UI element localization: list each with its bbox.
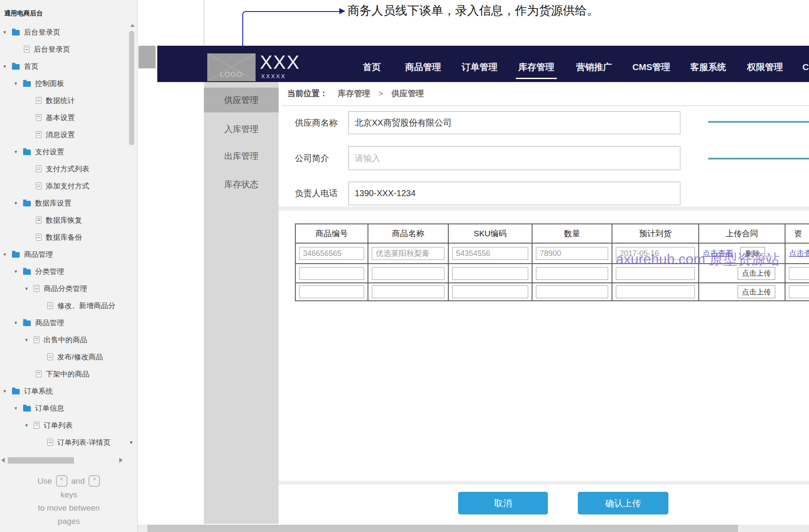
- collapse-arrow-icon[interactable]: ▼: [14, 201, 23, 206]
- collapse-arrow-icon[interactable]: ▼: [24, 338, 34, 342]
- sidebar-item[interactable]: 基本设置: [0, 109, 138, 126]
- breadcrumb-item-supply[interactable]: 供应管理: [391, 89, 424, 98]
- table-row: 点击上传: [296, 282, 809, 300]
- sidebar-item[interactable]: ▼后台登录页: [0, 24, 138, 41]
- nav-item-clipped[interactable]: C: [802, 61, 809, 73]
- extra-input[interactable]: [789, 267, 809, 280]
- collapse-arrow-icon[interactable]: ▼: [14, 150, 23, 154]
- eta-input[interactable]: 2017-05-16: [616, 247, 695, 260]
- product-id-input[interactable]: 346656565: [299, 247, 364, 260]
- company-intro-input[interactable]: 请输入: [348, 146, 680, 170]
- collapse-arrow-icon[interactable]: ▼: [3, 30, 12, 35]
- sidebar-item[interactable]: ▼首页: [0, 58, 138, 75]
- collapse-arrow-icon[interactable]: ▼: [24, 286, 34, 291]
- quantity-input[interactable]: 78900: [536, 247, 608, 260]
- sku-input[interactable]: 54354556: [452, 247, 528, 260]
- collapse-arrow-icon[interactable]: ▼: [14, 81, 23, 86]
- quantity-input[interactable]: [536, 267, 608, 280]
- submenu-item-stock-status[interactable]: 库存状态: [204, 176, 279, 193]
- sidebar-item[interactable]: 数据库备份: [0, 229, 138, 246]
- sidebar-item[interactable]: ▼商品管理: [0, 314, 138, 331]
- product-id-input[interactable]: [299, 285, 364, 298]
- sidebar-item[interactable]: 数据统计: [0, 92, 138, 109]
- breadcrumb-item-inventory[interactable]: 库存管理: [338, 89, 370, 98]
- eta-input[interactable]: [616, 285, 695, 298]
- section-divider: [279, 481, 809, 485]
- upload-button[interactable]: 点击上传: [738, 267, 775, 280]
- nav-item-products[interactable]: 商品管理: [405, 61, 441, 73]
- upload-button[interactable]: 点击上传: [738, 285, 775, 298]
- sidebar-horizontal-scrollbar[interactable]: [8, 457, 74, 464]
- sidebar-item[interactable]: ▼控制面板: [0, 75, 138, 92]
- left-arrow-keycap-icon: <,: [56, 475, 68, 487]
- nav-item-service[interactable]: 客服系统: [690, 61, 726, 73]
- sidebar-item[interactable]: 支付方式列表: [0, 160, 138, 177]
- view-contract-link[interactable]: 点击查看: [703, 248, 733, 259]
- scroll-right-icon[interactable]: [119, 458, 123, 463]
- product-id-input[interactable]: [299, 267, 364, 280]
- collapse-arrow-icon[interactable]: ▼: [14, 269, 23, 274]
- quantity-input[interactable]: [536, 285, 608, 298]
- submenu-item-supply[interactable]: 供应管理: [204, 88, 279, 112]
- product-name-input[interactable]: [372, 285, 444, 298]
- sku-input[interactable]: [452, 267, 528, 280]
- submenu-item-outbound[interactable]: 出库管理: [204, 147, 279, 165]
- supplier-name-input[interactable]: 北京XX商贸股份有限公司: [348, 111, 680, 134]
- sidebar-item-label: 数据库备份: [46, 232, 82, 242]
- sidebar-item[interactable]: 后台登录页: [0, 41, 138, 58]
- main-horizontal-scrollbar[interactable]: [147, 525, 738, 532]
- help-text: to move between: [0, 501, 138, 514]
- sku-input[interactable]: [452, 285, 528, 298]
- help-text: keys: [0, 488, 138, 501]
- confirm-upload-button[interactable]: 确认上传: [578, 492, 668, 514]
- submenu-item-inbound[interactable]: 入库管理: [204, 121, 279, 138]
- sidebar-item[interactable]: 数据库恢复: [0, 212, 138, 229]
- sidebar-item-label: 订单信息: [35, 403, 64, 413]
- nav-item-cms[interactable]: CMS管理: [632, 61, 671, 73]
- cancel-button[interactable]: 取消: [458, 492, 548, 514]
- page-icon: [36, 165, 41, 172]
- sidebar-vertical-scrollbar[interactable]: [129, 31, 134, 145]
- sidebar-item-label: 基本设置: [46, 113, 75, 123]
- collapse-arrow-icon[interactable]: ▼: [14, 320, 23, 325]
- scroll-left-icon[interactable]: [1, 458, 5, 463]
- sidebar-item[interactable]: ▼订单列表: [0, 417, 138, 434]
- eta-input[interactable]: [616, 267, 695, 280]
- sidebar-item[interactable]: ▼数据库设置: [0, 194, 138, 212]
- page-icon: [47, 353, 53, 360]
- collapse-arrow-icon[interactable]: ▼: [3, 64, 12, 69]
- item-dropdown-icon[interactable]: ▼: [129, 440, 133, 445]
- nav-item-inventory[interactable]: 库存管理: [518, 61, 554, 73]
- sidebar-item[interactable]: 消息设置: [0, 126, 138, 143]
- sidebar-item[interactable]: ▼分类管理: [0, 263, 138, 280]
- nav-item-marketing[interactable]: 营销推广: [576, 61, 612, 73]
- contact-phone-input[interactable]: 1390-XXX-1234: [348, 182, 680, 205]
- canvas-guide-line: [204, 0, 204, 46]
- sidebar-item[interactable]: ▼订单信息: [0, 400, 138, 417]
- folder-icon: [23, 269, 31, 275]
- sidebar-item[interactable]: ▼订单系统: [0, 382, 138, 400]
- extra-input[interactable]: [789, 285, 809, 298]
- sidebar-item[interactable]: ▼商品管理: [0, 246, 138, 263]
- sidebar-item[interactable]: ▼商品分类管理: [0, 280, 138, 297]
- collapse-arrow-icon[interactable]: ▼: [3, 389, 12, 394]
- sidebar-item[interactable]: 添加支付方式: [0, 177, 138, 194]
- sidebar-item[interactable]: 下架中的商品: [0, 365, 138, 382]
- nav-item-orders[interactable]: 订单管理: [462, 61, 497, 73]
- nav-item-permissions[interactable]: 权限管理: [747, 61, 783, 73]
- scroll-up-icon[interactable]: [130, 24, 135, 27]
- breadcrumb-prefix: 当前位置：: [287, 89, 328, 98]
- product-name-input[interactable]: [372, 267, 444, 280]
- collapse-arrow-icon[interactable]: ▼: [24, 423, 34, 428]
- sidebar-item[interactable]: ▼出售中的商品: [0, 331, 138, 348]
- collapse-arrow-icon[interactable]: ▼: [14, 406, 23, 411]
- delete-button[interactable]: 删除: [740, 247, 765, 260]
- sidebar-item[interactable]: 订单列表-详情页▼: [0, 434, 138, 451]
- view-file-link[interactable]: 点击查看: [789, 248, 809, 259]
- product-name-input[interactable]: 优选莱阳秋梨膏: [372, 247, 444, 260]
- sidebar-item[interactable]: 修改、新增商品分: [0, 297, 138, 314]
- collapse-arrow-icon[interactable]: ▼: [3, 252, 12, 257]
- nav-item-home[interactable]: 首页: [363, 61, 381, 73]
- sidebar-item[interactable]: 发布/修改商品: [0, 348, 138, 365]
- sidebar-item[interactable]: ▼支付设置: [0, 143, 138, 160]
